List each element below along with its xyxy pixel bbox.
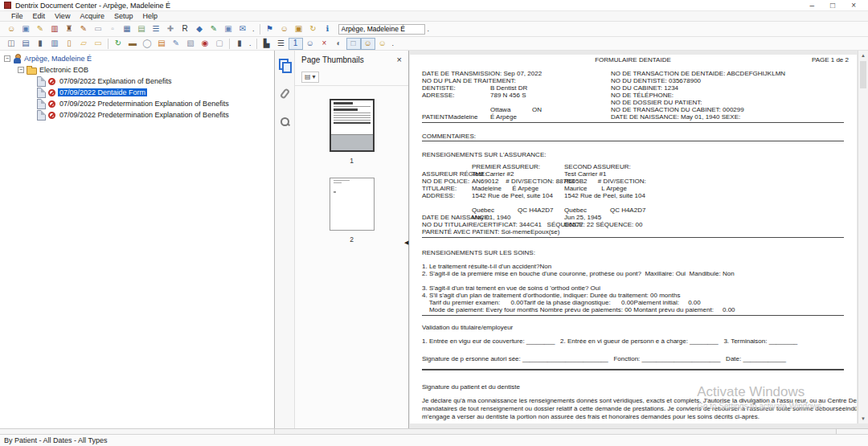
quick-letters-icon[interactable]: ☰ — [149, 23, 163, 35]
header-right-value: NO DE DOSSIER DU PATIENT: — [611, 99, 844, 106]
patient-selector-input[interactable] — [338, 24, 425, 35]
scroll-down-icon[interactable]: ▼ — [858, 414, 868, 423]
patient-chart-icon[interactable]: ✎ — [33, 23, 47, 35]
treatment-planner-icon[interactable]: ✎ — [76, 23, 91, 35]
remove-page-icon[interactable]: ◉ — [198, 38, 212, 50]
tree-node-folder[interactable]: − Electronic EOB — [0, 64, 274, 76]
header-left-value — [490, 77, 611, 84]
single-page-view-icon[interactable]: 1 — [289, 38, 303, 50]
form-header-row: DENTISTE: B Dentist DR NO DU CABINET: 12… — [422, 84, 844, 92]
menu-item[interactable]: File — [6, 12, 28, 20]
close-button[interactable]: × — [851, 2, 856, 10]
briefcase-icon[interactable]: ▬ — [125, 38, 140, 50]
maximize-button[interactable]: □ — [830, 2, 835, 10]
lab-manager-icon[interactable]: ◆ — [192, 23, 207, 35]
horizontal-scrollbar[interactable] — [0, 428, 868, 434]
imaging-module-icon[interactable]: ▦ — [120, 23, 134, 35]
web-sync-icon[interactable]: ↻ — [306, 23, 321, 35]
panel-layout-icon[interactable]: ▙ — [260, 38, 274, 50]
patient-icon — [13, 54, 22, 63]
expand-collapse-box[interactable]: − — [18, 67, 24, 73]
header-left-value: Ottawa ON — [490, 106, 611, 113]
tree-document-label[interactable]: 07/09/2022 Dentaide Form — [58, 88, 147, 96]
menu-item[interactable]: Setup — [109, 12, 138, 20]
tree-document-label[interactable]: 07/09/2022 Predetermination Explanation … — [58, 111, 231, 119]
edit-page-icon[interactable]: ✎ — [169, 38, 183, 50]
tree-document-label[interactable]: 07/09/2022 Predetermination Explanation … — [58, 100, 231, 108]
header-left-value: B Dentist DR — [490, 84, 611, 92]
help-info-icon[interactable]: ℹ — [321, 23, 335, 35]
patients-pair-icon[interactable]: ☺ — [303, 38, 317, 50]
copy-pages-icon[interactable]: ▧ — [183, 38, 198, 50]
mouse-tool-icon[interactable]: ◐ — [332, 38, 346, 50]
tree-node-document[interactable]: 07/09/2022 Dentaide Form — [0, 87, 274, 98]
mail-envelope-icon[interactable]: ✉ — [235, 23, 250, 35]
family-file-icon[interactable]: ▣ — [18, 23, 33, 35]
signature-paragraph-line: m'engage à verser au dentiste la portion… — [422, 413, 844, 421]
menu-item[interactable]: Edit — [28, 12, 51, 20]
insurance-primary-value — [472, 221, 564, 228]
import-file-icon[interactable]: ▮ — [33, 38, 47, 50]
toolbar-overflow-dot: . — [249, 39, 252, 47]
tree-node-document[interactable]: 07/09/2022 Predetermination Explanation … — [0, 109, 274, 121]
scroll-up-icon[interactable]: ▲ — [858, 51, 868, 60]
tree-node-patient[interactable]: − Arpège, Madeleine É — [0, 53, 274, 64]
page-thumbnail-1[interactable] — [330, 99, 375, 152]
insurance-label: NO DE POLICE: — [422, 178, 472, 185]
closed-folder-icon[interactable]: ▭ — [91, 38, 105, 50]
menu-item[interactable]: Acquire — [75, 12, 109, 20]
clipboard-icon[interactable]: ▯ — [62, 38, 76, 50]
form-header-row: Ottawa ON NO DE TRANSACTION DU CABINET: … — [422, 106, 844, 113]
thumbnail-options-button[interactable]: ▤ ▾ — [301, 72, 319, 83]
insurance-primary-value: PREMIER ASSUREUR: — [472, 163, 564, 170]
tree-node-document[interactable]: 07/09/2022 Predetermination Explanation … — [0, 98, 274, 109]
tree-node-document[interactable]: 07/09/2022 Explanation of Benefits — [0, 76, 274, 87]
menu-item[interactable]: Help — [137, 12, 162, 20]
tree-hscroll-track[interactable] — [0, 429, 275, 434]
export-document-icon[interactable]: ▤ — [18, 38, 33, 50]
insurance-label: PARENTÉ AVEC PATIENT: Soi-memeEpoux(se) — [422, 228, 472, 235]
patient-page-icon[interactable]: ☺ — [361, 38, 375, 50]
tree-document-label[interactable]: 07/09/2022 Explanation of Benefits — [58, 77, 174, 85]
search-icon[interactable] — [280, 117, 290, 127]
attachments-paperclip-icon[interactable] — [279, 88, 290, 100]
vertical-scrollbar[interactable]: ▲ ▼ — [858, 51, 868, 423]
delete-trash-icon[interactable]: ▮ — [232, 38, 247, 50]
scrollbar-thumb[interactable] — [860, 61, 866, 88]
document-viewer-icon[interactable]: ▤ — [134, 23, 149, 35]
appointment-book-icon[interactable]: ☺ — [4, 23, 18, 35]
panel-close-icon[interactable]: × — [397, 55, 402, 64]
single-patient-icon[interactable]: ☺ — [375, 38, 390, 50]
patient-referral-icon[interactable]: ☺ — [277, 23, 292, 35]
office-manager-icon[interactable]: ♜ — [62, 23, 76, 35]
panel-collapse-arrow-icon[interactable]: ◀ — [404, 239, 408, 246]
blank-page-view-icon[interactable]: □ — [346, 38, 361, 50]
prescriptions-icon[interactable]: R — [178, 23, 192, 35]
questionnaire-icon[interactable]: ▫ — [105, 23, 120, 35]
tooth-plus-icon[interactable]: ✚ — [163, 23, 178, 35]
gray-page-icon[interactable]: ▢ — [212, 38, 227, 50]
minimize-button[interactable]: – — [810, 2, 815, 10]
acquire-device-icon[interactable]: ◫ — [4, 38, 18, 50]
page-thumbnail-2[interactable] — [330, 178, 375, 231]
page-thumbnails-panel-icon[interactable] — [279, 59, 290, 71]
thumbnail-page-number: 1 — [350, 157, 354, 165]
remove-patient-icon[interactable]: × — [317, 38, 332, 50]
tree-patient-label: Arpège, Madeleine É — [24, 55, 92, 63]
expand-collapse-box[interactable]: − — [4, 55, 10, 62]
ledger-icon[interactable]: ▥ — [47, 23, 62, 35]
insurance-label: ASSUREUR RÉGIME: — [422, 170, 472, 178]
menu-item[interactable]: View — [50, 12, 75, 20]
perio-module-icon[interactable]: ▭ — [91, 23, 105, 35]
id-card-icon[interactable]: ▣ — [221, 23, 235, 35]
toolbar-overflow-dot: . — [252, 25, 255, 33]
list-view-icon[interactable]: ☰ — [274, 38, 289, 50]
patient-picture-icon[interactable]: ▣ — [292, 23, 306, 35]
open-folder-icon[interactable]: ▱ — [76, 38, 91, 50]
esign-icon[interactable]: ✎ — [207, 23, 221, 35]
patient-alert-icon[interactable]: ⚑ — [263, 23, 277, 35]
refresh-icon[interactable]: ↻ — [111, 38, 125, 50]
ellipse-tool-icon[interactable]: ◯ — [140, 38, 154, 50]
import-page-icon[interactable]: ▤ — [154, 38, 169, 50]
send-to-monitor-icon[interactable]: ▥ — [47, 38, 62, 50]
